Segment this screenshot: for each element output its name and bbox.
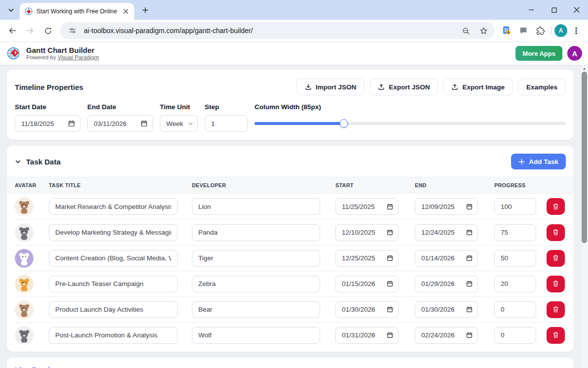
start-date-input[interactable] bbox=[342, 306, 379, 313]
scrollbar-thumb[interactable] bbox=[582, 72, 587, 243]
bookmark-star-icon[interactable] bbox=[477, 24, 490, 37]
row-end-date-field[interactable] bbox=[415, 250, 478, 267]
developer-input[interactable] bbox=[192, 198, 320, 215]
developer-input[interactable] bbox=[192, 224, 320, 241]
forward-button[interactable] bbox=[22, 22, 38, 39]
row-start-date-field[interactable] bbox=[335, 327, 399, 344]
end-date-input[interactable] bbox=[421, 203, 459, 210]
row-start-date-field[interactable] bbox=[335, 250, 399, 267]
export-json-button[interactable]: Export JSON bbox=[369, 79, 438, 95]
calendar-icon[interactable] bbox=[466, 332, 473, 338]
step-field[interactable] bbox=[205, 115, 248, 132]
window-maximize-button[interactable] bbox=[543, 0, 565, 20]
progress-input[interactable] bbox=[494, 250, 536, 267]
row-end-date-field[interactable] bbox=[415, 198, 478, 215]
calendar-icon[interactable] bbox=[466, 229, 473, 236]
calendar-icon[interactable] bbox=[68, 120, 75, 127]
add-task-button[interactable]: Add Task bbox=[511, 154, 566, 169]
end-date-input[interactable] bbox=[421, 254, 459, 262]
window-close-button[interactable] bbox=[565, 0, 588, 20]
calendar-icon[interactable] bbox=[387, 204, 393, 210]
docs-extension-icon[interactable] bbox=[499, 23, 514, 39]
developer-input[interactable] bbox=[192, 327, 320, 344]
end-date-input[interactable] bbox=[421, 306, 459, 313]
end-date-field[interactable] bbox=[87, 115, 153, 132]
scrollbar-up-arrow[interactable]: ▲ bbox=[581, 65, 588, 72]
row-end-date-field[interactable] bbox=[415, 276, 478, 292]
page-scrollbar[interactable]: ▲ bbox=[580, 65, 588, 368]
task-data-collapse-toggle[interactable]: Task Data bbox=[15, 158, 61, 166]
import-json-button[interactable]: Import JSON bbox=[296, 79, 365, 95]
end-date-input[interactable] bbox=[94, 120, 131, 127]
row-start-date-field[interactable] bbox=[335, 301, 399, 318]
task-title-input[interactable] bbox=[49, 327, 178, 344]
progress-input[interactable] bbox=[494, 327, 536, 344]
delete-task-button[interactable] bbox=[547, 224, 565, 241]
comment-bubble-icon[interactable] bbox=[515, 23, 531, 39]
start-date-input[interactable] bbox=[342, 203, 379, 210]
user-avatar[interactable]: A bbox=[567, 46, 582, 61]
progress-input[interactable] bbox=[494, 276, 536, 292]
calendar-icon[interactable] bbox=[387, 281, 393, 287]
end-date-input[interactable] bbox=[421, 280, 459, 287]
tab-close-icon[interactable] bbox=[121, 7, 130, 16]
calendar-icon[interactable] bbox=[466, 204, 473, 210]
calendar-icon[interactable] bbox=[387, 306, 393, 313]
more-apps-button[interactable]: More Apps bbox=[515, 46, 562, 61]
start-date-input[interactable] bbox=[342, 229, 379, 236]
time-unit-select[interactable]: Week bbox=[160, 115, 198, 132]
window-minimize-button[interactable] bbox=[520, 0, 543, 20]
delete-task-button[interactable] bbox=[547, 276, 565, 292]
column-width-slider[interactable] bbox=[255, 115, 566, 132]
calendar-icon[interactable] bbox=[387, 255, 393, 261]
step-input[interactable] bbox=[205, 120, 247, 127]
end-date-input[interactable] bbox=[421, 331, 459, 339]
extensions-puzzle-icon[interactable] bbox=[532, 23, 548, 39]
calendar-icon[interactable] bbox=[466, 255, 473, 261]
progress-input[interactable] bbox=[494, 198, 536, 215]
delete-task-button[interactable] bbox=[547, 301, 565, 318]
developer-input[interactable] bbox=[192, 301, 320, 318]
examples-button[interactable]: Examples bbox=[518, 79, 566, 95]
back-button[interactable] bbox=[4, 22, 21, 39]
row-end-date-field[interactable] bbox=[415, 301, 478, 318]
start-date-field[interactable] bbox=[15, 115, 80, 132]
progress-input[interactable] bbox=[494, 301, 536, 318]
progress-input[interactable] bbox=[494, 224, 536, 241]
row-start-date-field[interactable] bbox=[335, 198, 399, 215]
export-image-button[interactable]: Export Image bbox=[443, 79, 513, 95]
site-settings-icon[interactable] bbox=[66, 24, 79, 37]
calendar-icon[interactable] bbox=[387, 229, 393, 236]
browser-tab[interactable]: Start Working with Free Online bbox=[20, 3, 134, 20]
calendar-icon[interactable] bbox=[141, 120, 147, 127]
zoom-out-icon[interactable] bbox=[459, 24, 472, 37]
task-title-input[interactable] bbox=[49, 224, 178, 241]
visual-paradigm-link[interactable]: Visual Paradigm bbox=[58, 54, 99, 60]
delete-task-button[interactable] bbox=[547, 327, 565, 344]
start-date-input[interactable] bbox=[342, 254, 379, 262]
browser-menu-kebab-icon[interactable]: ⋮ bbox=[568, 23, 584, 39]
end-date-input[interactable] bbox=[421, 229, 459, 236]
start-date-input[interactable] bbox=[21, 120, 59, 127]
row-end-date-field[interactable] bbox=[415, 224, 478, 241]
calendar-icon[interactable] bbox=[466, 281, 473, 287]
slider-thumb[interactable] bbox=[340, 120, 348, 128]
row-end-date-field[interactable] bbox=[415, 327, 478, 344]
task-title-input[interactable] bbox=[49, 250, 178, 267]
new-tab-button[interactable] bbox=[138, 3, 152, 17]
tab-search-button[interactable] bbox=[4, 3, 18, 17]
url-text[interactable]: ai-toolbox.visual-paradigm.com/app/gantt… bbox=[84, 27, 454, 35]
task-title-input[interactable] bbox=[49, 276, 178, 292]
browser-profile-avatar[interactable]: A bbox=[554, 24, 567, 37]
row-start-date-field[interactable] bbox=[335, 224, 399, 241]
calendar-icon[interactable] bbox=[466, 306, 473, 313]
address-bar[interactable]: ai-toolbox.visual-paradigm.com/app/gantt… bbox=[60, 22, 495, 39]
task-title-input[interactable] bbox=[49, 301, 178, 318]
delete-task-button[interactable] bbox=[547, 250, 565, 267]
row-start-date-field[interactable] bbox=[335, 276, 399, 292]
task-title-input[interactable] bbox=[49, 198, 178, 215]
developer-input[interactable] bbox=[192, 276, 320, 292]
start-date-input[interactable] bbox=[342, 280, 379, 287]
slider-track[interactable] bbox=[255, 122, 566, 125]
developer-input[interactable] bbox=[192, 250, 320, 267]
